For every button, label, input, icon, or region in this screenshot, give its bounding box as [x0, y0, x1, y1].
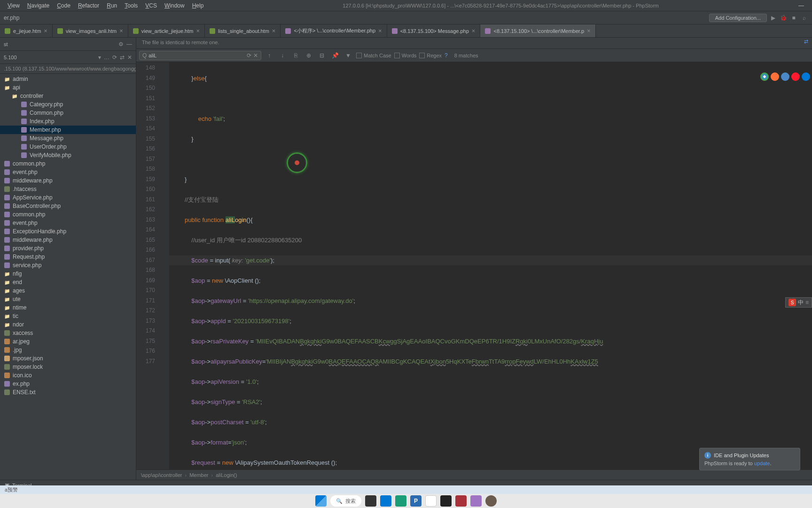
- update-link[interactable]: update: [754, 460, 770, 466]
- search-history-icon[interactable]: ⟳: [247, 52, 251, 59]
- help-icon[interactable]: ?: [445, 52, 448, 59]
- tree-item[interactable]: Message.php: [0, 134, 136, 143]
- tree-item[interactable]: Common.php: [0, 109, 136, 117]
- fold-column[interactable]: [164, 62, 169, 469]
- sidebar-hide-icon[interactable]: —: [126, 41, 132, 48]
- tree-item[interactable]: ExceptionHandle.php: [0, 227, 136, 236]
- select-all-icon[interactable]: ⎘: [290, 52, 301, 59]
- tree-item[interactable]: controller: [0, 92, 136, 100]
- tree-item[interactable]: Member.php: [0, 126, 136, 134]
- minimize-icon[interactable]: —: [794, 2, 808, 9]
- chevron-down-icon[interactable]: ▾: [98, 54, 101, 61]
- edge-icon[interactable]: [802, 72, 810, 81]
- close-icon[interactable]: ×: [44, 27, 47, 34]
- breadcrumb-item[interactable]: Member: [189, 472, 208, 478]
- widgets-icon[interactable]: [380, 495, 391, 507]
- phpstudy-icon[interactable]: P: [410, 495, 422, 507]
- sync-icon[interactable]: ⇄: [804, 39, 808, 45]
- prev-match-icon[interactable]: ↑: [264, 52, 274, 59]
- menu-item-tools[interactable]: Tools: [121, 2, 141, 9]
- tree-item[interactable]: ages: [0, 286, 136, 295]
- tree-item[interactable]: nfig: [0, 270, 136, 278]
- app-icon[interactable]: [455, 495, 467, 507]
- chrome-taskbar-icon[interactable]: [425, 495, 437, 507]
- editor-tab[interactable]: e_jiejue.htm×: [0, 24, 53, 37]
- tree-item[interactable]: VerifyMobile.php: [0, 151, 136, 159]
- avatar-icon[interactable]: [485, 495, 497, 507]
- tree-item[interactable]: mposer.json: [0, 354, 136, 363]
- tree-item[interactable]: ENSE.txt: [0, 388, 136, 397]
- menu-item-run[interactable]: Run: [103, 2, 121, 9]
- stop-icon[interactable]: ■: [789, 14, 798, 22]
- taskbar-search[interactable]: 🔍 搜索: [330, 495, 361, 507]
- editor-tab[interactable]: view_images_anli.htm×: [53, 24, 128, 37]
- opera-icon[interactable]: [791, 72, 800, 81]
- debug-icon[interactable]: 🐞: [779, 14, 788, 22]
- search-clear-icon[interactable]: ✕: [253, 52, 258, 59]
- editor-tab[interactable]: lists_single_about.htm×: [205, 24, 281, 37]
- menu-item-code[interactable]: Code: [53, 2, 74, 9]
- tree-item[interactable]: service.php: [0, 261, 136, 270]
- close-icon[interactable]: ×: [196, 27, 200, 34]
- browser-tab-label[interactable]: a预警: [5, 486, 18, 493]
- editor-tab[interactable]: view_article_jiejue.htm×: [128, 24, 205, 37]
- search-everywhere-icon[interactable]: ⌕: [800, 14, 808, 22]
- search-input-wrap[interactable]: Q ⟳ ✕: [139, 51, 261, 60]
- editor-tab[interactable]: <8.137.15.100> Message.php×: [387, 24, 481, 37]
- file-tree[interactable]: adminapicontrollerCategory.phpCommon.php…: [0, 74, 136, 480]
- menu-item-help[interactable]: Help: [188, 2, 208, 9]
- editor-tab[interactable]: <8.137.15.100> \...\controller\Member.p×: [480, 24, 595, 37]
- words-checkbox[interactable]: Words: [394, 53, 417, 58]
- tree-item[interactable]: event.php: [0, 168, 136, 176]
- safari-icon[interactable]: [781, 72, 789, 81]
- tree-item[interactable]: .htaccess: [0, 185, 136, 193]
- next-match-icon[interactable]: ↓: [277, 52, 288, 59]
- sidebar-dots-icon[interactable]: …: [104, 54, 109, 61]
- chrome-icon[interactable]: [760, 72, 769, 81]
- tree-item[interactable]: tic: [0, 312, 136, 320]
- menu-item-view[interactable]: View: [4, 2, 23, 9]
- tree-item[interactable]: provider.php: [0, 244, 136, 253]
- ime-menu-icon[interactable]: ≡: [805, 299, 809, 306]
- sidebar-gear-icon[interactable]: ⚙: [118, 41, 124, 48]
- task-view-icon[interactable]: [365, 495, 376, 507]
- tree-item[interactable]: ar.jpeg: [0, 337, 136, 346]
- sidebar-refresh-icon[interactable]: ⟳: [112, 54, 117, 61]
- tree-item[interactable]: Request.php: [0, 253, 136, 261]
- tree-item[interactable]: ndor: [0, 320, 136, 329]
- tree-item[interactable]: icon.ico: [0, 371, 136, 380]
- tree-item[interactable]: mposer.lock: [0, 363, 136, 371]
- close-icon[interactable]: ×: [119, 27, 123, 34]
- tree-item[interactable]: common.php: [0, 159, 136, 168]
- menu-item-navigate[interactable]: Navigate: [23, 2, 53, 9]
- start-icon[interactable]: [315, 495, 327, 507]
- tree-item[interactable]: Index.php: [0, 117, 136, 126]
- tree-item[interactable]: .jpg: [0, 346, 136, 354]
- breadcrumb-item[interactable]: \app\api\controller: [141, 472, 182, 478]
- menu-item-refactor[interactable]: Refactor: [74, 2, 103, 9]
- tree-item[interactable]: xaccess: [0, 329, 136, 337]
- run-icon[interactable]: ▶: [769, 14, 777, 22]
- add-configuration-button[interactable]: Add Configuration...: [709, 14, 767, 22]
- add-selection-icon[interactable]: ⊕: [304, 52, 314, 59]
- tree-item[interactable]: Category.php: [0, 100, 136, 109]
- tree-item[interactable]: UserOrder.php: [0, 143, 136, 151]
- close-icon[interactable]: ×: [378, 27, 382, 34]
- code-editor[interactable]: 1481491501511521531541551561571581591601…: [136, 62, 812, 469]
- tree-item[interactable]: end: [0, 278, 136, 286]
- match-case-checkbox[interactable]: Match Case: [356, 53, 391, 58]
- pin-icon[interactable]: 📌: [330, 52, 340, 59]
- tree-item[interactable]: common.php: [0, 210, 136, 219]
- menu-item-window[interactable]: Window: [161, 2, 188, 9]
- menu-item-vcs[interactable]: VCS: [141, 2, 161, 9]
- tree-item[interactable]: middleware.php: [0, 176, 136, 185]
- sidebar-diff-icon[interactable]: ⇄: [120, 54, 125, 61]
- tree-item[interactable]: middleware.php: [0, 236, 136, 244]
- tree-item[interactable]: AppService.php: [0, 193, 136, 202]
- obs-icon[interactable]: [440, 495, 452, 507]
- filter-icon[interactable]: ▼: [343, 52, 353, 59]
- koding-icon[interactable]: [395, 495, 406, 507]
- toggle-in-selection-icon[interactable]: ⊟: [317, 52, 327, 59]
- code-lines[interactable]: }else{ echo 'fail'; } } //支付宝登陆 public f…: [169, 62, 812, 469]
- tree-item[interactable]: ex.php: [0, 380, 136, 388]
